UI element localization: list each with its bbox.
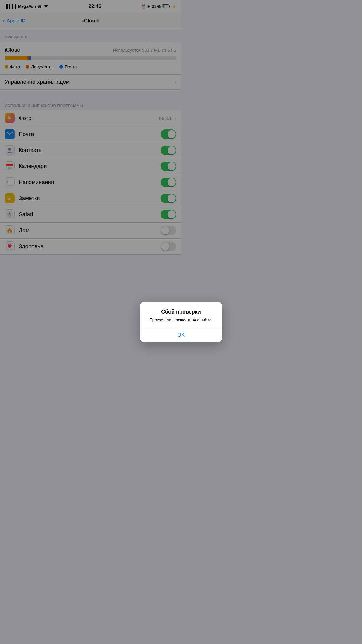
alert-dialog: Сбой проверки Произошла неизвестная ошиб…: [140, 302, 181, 322]
alert-body: Сбой проверки Произошла неизвестная ошиб…: [140, 302, 181, 322]
alert-overlay: Сбой проверки Произошла неизвестная ошиб…: [0, 0, 181, 322]
alert-message: Произошла неизвестная ошибка.: [146, 317, 181, 322]
alert-title: Сбой проверки: [146, 309, 181, 315]
